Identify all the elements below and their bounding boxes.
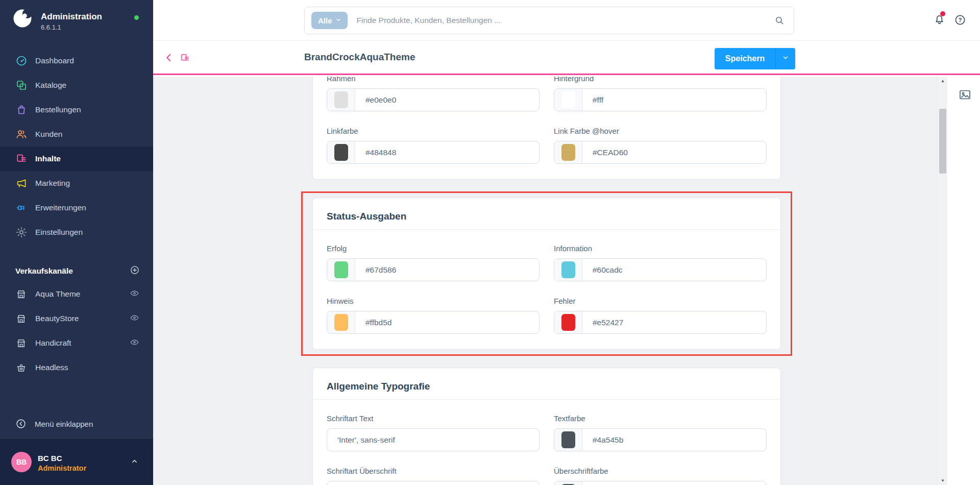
smartbar: BrandCrockAquaTheme Speichern — [153, 41, 980, 75]
color-input[interactable]: #e52427 — [554, 311, 767, 334]
sidebar-item-kunden[interactable]: Kunden — [0, 122, 153, 147]
sidebar-item-label: Bestellungen — [35, 105, 81, 114]
color-value: #e0e0e0 — [355, 95, 396, 105]
sidebar: Administration 6.6.1.1 DashboardKataloge… — [0, 0, 153, 485]
sidebar-item-inhalte[interactable]: Inhalte — [0, 147, 153, 171]
field-label: Linkfarbe — [327, 127, 540, 137]
sales-channels-title: Verkaufskanäle — [15, 266, 73, 276]
color-swatch-button[interactable] — [554, 259, 582, 281]
color-swatch — [561, 144, 575, 161]
content-module-icon — [180, 53, 190, 63]
color-input[interactable]: #484848 — [327, 141, 540, 164]
field-label: Fehler — [554, 297, 767, 307]
field-label: Überschriftfarbe — [554, 467, 767, 477]
color-value: #4a545b — [582, 435, 623, 445]
field-berschriftfarbe: Überschriftfarbe — [554, 467, 767, 485]
color-input[interactable]: #fff — [554, 88, 767, 111]
page-title: BrandCrockAquaTheme — [304, 52, 415, 63]
users-icon — [15, 128, 28, 140]
avatar: BB — [11, 452, 32, 472]
color-swatch-button[interactable] — [554, 141, 582, 163]
sales-channel-beautystore[interactable]: BeautyStore — [0, 306, 153, 331]
color-input[interactable]: #e0e0e0 — [327, 88, 540, 111]
text-value: 'Inter', sans-serif — [327, 435, 395, 445]
color-swatch-button[interactable] — [327, 89, 355, 111]
field-information: Information#60cadc — [554, 244, 767, 281]
megaphone-icon — [15, 177, 28, 189]
visibility-eye-icon[interactable] — [130, 313, 139, 325]
sales-channel-list: Aqua ThemeBeautyStoreHandicraftHeadless — [0, 282, 153, 380]
storefront-icon — [15, 288, 27, 300]
global-search-input[interactable]: Alle Finde Produkte, Kunden, Bestellunge… — [304, 7, 794, 34]
color-swatch-button[interactable] — [554, 311, 582, 333]
color-input[interactable]: #60cadc — [554, 258, 767, 281]
color-value: #CEAD60 — [582, 148, 628, 157]
field-linkfarbe: Linkfarbe#484848 — [327, 127, 540, 164]
sales-channel-label: Aqua Theme — [35, 289, 130, 299]
color-swatch-button[interactable] — [554, 481, 582, 485]
color-value: #ffbd5d — [355, 318, 391, 327]
notifications-button[interactable] — [933, 13, 946, 27]
color-input[interactable]: #67d586 — [327, 258, 540, 281]
color-value: #e52427 — [582, 318, 623, 327]
color-swatch-button[interactable] — [327, 311, 355, 333]
collapse-menu-label: Menü einklappen — [35, 420, 93, 428]
sidebar-item-dashboard[interactable]: Dashboard — [0, 48, 153, 73]
gauge-icon — [15, 55, 28, 67]
sales-channel-aqua-theme[interactable]: Aqua Theme — [0, 282, 153, 306]
topbar: Alle Finde Produkte, Kunden, Bestellunge… — [153, 0, 980, 41]
save-button-label[interactable]: Speichern — [715, 48, 775, 69]
help-button[interactable]: ? — [954, 14, 966, 26]
sidebar-item-marketing[interactable]: Marketing — [0, 171, 153, 196]
catalog-icon — [15, 79, 28, 91]
app-version: 6.6.1.1 — [41, 23, 61, 31]
color-swatch-button[interactable] — [327, 259, 355, 281]
color-swatch — [334, 144, 348, 161]
sidebar-item-kataloge[interactable]: Kataloge — [0, 73, 153, 98]
text-input[interactable]: 'Inter', sans-serif — [327, 428, 540, 451]
sales-channel-headless[interactable]: Headless — [0, 355, 153, 380]
chevron-down-icon — [335, 16, 342, 25]
sidebar-item-label: Inhalte — [35, 154, 61, 163]
scrollbar-thumb[interactable] — [939, 109, 946, 174]
color-input[interactable]: #ffbd5d — [327, 311, 540, 334]
card-title: Allgemeine Typografie — [313, 368, 780, 400]
field-label: Textfarbe — [554, 414, 767, 424]
collapse-menu-button[interactable]: Menü einklappen — [0, 411, 153, 436]
text-input[interactable] — [327, 481, 540, 485]
color-swatch-button[interactable] — [554, 89, 582, 111]
scroll-down-button[interactable]: ▼ — [938, 476, 947, 485]
color-swatch — [561, 314, 575, 331]
content-icon — [15, 153, 28, 165]
scroll-up-button[interactable]: ▲ — [938, 77, 947, 85]
sales-channel-handicraft[interactable]: Handicraft — [0, 331, 153, 355]
color-input[interactable] — [554, 481, 767, 485]
field-label: Schriftart Text — [327, 414, 540, 424]
search-icon[interactable] — [774, 15, 785, 26]
sidebar-item-erweiterungen[interactable]: Erweiterungen — [0, 196, 153, 220]
color-input[interactable]: #CEAD60 — [554, 141, 767, 164]
color-swatch-button[interactable] — [554, 429, 582, 451]
visibility-eye-icon[interactable] — [130, 288, 139, 300]
plug-icon — [15, 202, 28, 214]
sales-channel-label: BeautyStore — [35, 314, 130, 323]
right-panel — [947, 77, 980, 485]
color-input[interactable]: #4a545b — [554, 428, 767, 451]
search-filter-pill[interactable]: Alle — [311, 12, 348, 29]
vertical-scrollbar[interactable]: ▲ ▼ — [938, 77, 947, 485]
add-sales-channel-icon[interactable] — [130, 265, 140, 277]
sidebar-item-einstellungen[interactable]: Einstellungen — [0, 220, 153, 245]
storefront-icon — [15, 337, 27, 349]
save-dropdown-button[interactable] — [776, 48, 795, 69]
color-swatch-button[interactable] — [327, 141, 355, 163]
save-button[interactable]: Speichern — [715, 48, 795, 69]
sales-channel-label: Handicraft — [35, 338, 130, 348]
back-button[interactable] — [163, 52, 175, 63]
sidebar-item-label: Einstellungen — [35, 228, 83, 237]
highlight-outline: Status-AusgabenErfolg#67d586Information#… — [301, 191, 792, 356]
visibility-eye-icon[interactable] — [130, 337, 139, 349]
bag-icon — [15, 104, 28, 116]
field-rahmen: Rahmen#e0e0e0 — [327, 77, 540, 111]
user-menu[interactable]: BB BC BC Administrator — [0, 438, 153, 485]
sidebar-item-bestellungen[interactable]: Bestellungen — [0, 98, 153, 122]
